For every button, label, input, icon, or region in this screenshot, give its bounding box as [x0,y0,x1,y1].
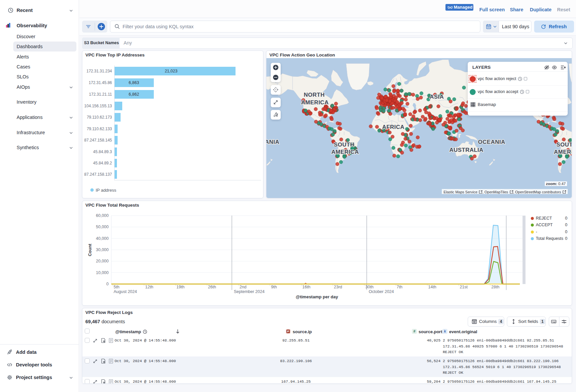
svg-text:ASIA: ASIA [430,94,444,100]
svg-text:AUSTRALIA: AUSTRALIA [449,147,484,153]
svg-text:OCEANIA: OCEANIA [478,139,505,145]
svg-text:OCEANIA: OCEANIA [266,139,279,145]
svg-text:SOUTH: SOUTH [556,142,572,148]
svg-text:SOUTH: SOUTH [334,142,354,148]
svg-text:NORTH: NORTH [304,92,325,98]
svg-text:AFRICA: AFRICA [382,124,404,130]
svg-text:AMERICA: AMERICA [554,149,572,155]
svg-text:AMERICA: AMERICA [301,99,329,106]
svg-text:AMERICA: AMERICA [332,149,359,155]
